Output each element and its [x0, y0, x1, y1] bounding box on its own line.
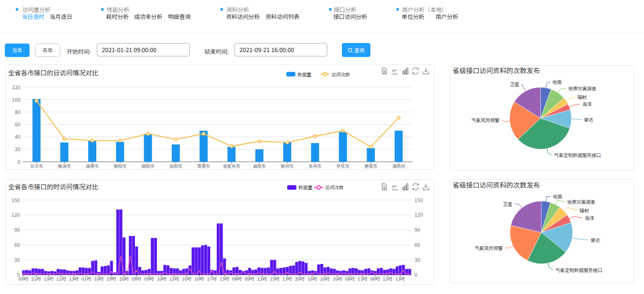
svg-text:30: 30: [14, 256, 20, 263]
svg-text:怀化市: 怀化市: [337, 163, 349, 169]
svg-text:13时: 13时: [169, 275, 180, 282]
svg-text:0: 0: [18, 158, 20, 166]
svg-text:60: 60: [15, 120, 20, 128]
svg-text:娄底市: 娄底市: [364, 163, 377, 169]
svg-text:株洲市: 株洲市: [58, 163, 71, 169]
svg-text:08时: 08时: [370, 275, 381, 282]
svg-text:访问次数: 访问次数: [325, 184, 344, 191]
svg-text:郴州市: 郴州市: [281, 163, 294, 169]
svg-text:13时: 13时: [357, 275, 368, 282]
svg-text:数据量: 数据量: [297, 71, 311, 78]
svg-text:30: 30: [414, 256, 420, 263]
svg-text:卫星: 卫星: [503, 200, 513, 207]
svg-text:09时: 09时: [245, 275, 255, 282]
svg-text:13时: 13时: [383, 275, 393, 282]
svg-text:10时: 10时: [94, 275, 104, 282]
svg-text:气象风险预警: 气象风险预警: [475, 245, 503, 252]
svg-text:16时: 16时: [119, 275, 130, 282]
svg-text:20: 20: [15, 145, 20, 153]
svg-text:13时: 13时: [395, 275, 405, 282]
svg-text:益阳市: 益阳市: [253, 163, 266, 169]
svg-text:19时: 19时: [106, 275, 117, 282]
svg-text:海洋: 海洋: [585, 214, 595, 221]
svg-text:衡阳市: 衡阳市: [113, 163, 126, 169]
svg-text:气象风险预警: 气象风险预警: [471, 117, 499, 124]
svg-text:60: 60: [414, 241, 420, 248]
svg-text:15时: 15时: [270, 275, 280, 282]
svg-text:09时: 09时: [144, 275, 154, 282]
svg-text:长沙市: 长沙市: [30, 163, 43, 169]
svg-text:16时: 16时: [307, 275, 318, 282]
svg-text:17时: 17时: [207, 275, 217, 282]
svg-text:地质灾害调查: 地质灾害调查: [568, 85, 596, 92]
svg-text:16时: 16时: [182, 275, 192, 282]
svg-text:永州市: 永州市: [309, 163, 321, 169]
svg-text:10时: 10时: [157, 275, 167, 282]
svg-text:120: 120: [12, 83, 20, 91]
svg-text:13时: 13时: [69, 275, 79, 282]
svg-text:08时: 08时: [345, 275, 355, 282]
svg-text:辐射: 辐射: [577, 94, 587, 101]
svg-text:13时: 13时: [282, 275, 292, 282]
svg-text:01时: 01时: [82, 275, 92, 282]
svg-text:0: 0: [414, 271, 417, 278]
svg-text:150: 150: [414, 196, 423, 204]
svg-text:湘西州: 湘西州: [392, 163, 405, 169]
svg-text:13时: 13时: [219, 275, 230, 282]
svg-text:13时: 13时: [257, 275, 268, 282]
svg-text:省级接口访问资料的次数发布: 省级接口访问资料的次数发布: [453, 66, 540, 75]
svg-text:地质灾害调查: 地质灾害调查: [567, 198, 595, 205]
svg-text:雷达: 雷达: [584, 116, 593, 123]
svg-text:10时: 10时: [195, 275, 205, 282]
svg-text:地面: 地面: [553, 193, 563, 200]
svg-text:16时: 16时: [320, 275, 330, 282]
svg-text:卫星: 卫星: [510, 81, 520, 88]
svg-text:21时: 21时: [31, 275, 41, 282]
svg-text:邵阳市: 邵阳市: [141, 163, 154, 169]
svg-text:张家界市: 张家界市: [223, 163, 240, 169]
svg-text:08时: 08时: [132, 275, 142, 282]
svg-text:海洋: 海洋: [582, 101, 592, 107]
svg-text:20时: 20时: [295, 275, 305, 282]
svg-text:100: 100: [12, 96, 20, 103]
svg-text:雷达: 雷达: [591, 236, 600, 243]
svg-text:气象定制数据服务接口: 气象定制数据服务接口: [554, 152, 601, 159]
svg-text:40: 40: [15, 133, 20, 140]
svg-text:08时: 08时: [232, 275, 242, 282]
svg-text:辐射: 辐射: [579, 207, 589, 214]
svg-text:90: 90: [414, 226, 420, 233]
svg-text:数据量: 数据量: [298, 184, 312, 191]
svg-text:60: 60: [14, 241, 20, 248]
svg-text:地面: 地面: [553, 78, 562, 85]
svg-text:120: 120: [414, 211, 423, 218]
svg-text:09时: 09时: [19, 275, 29, 282]
svg-text:11时: 11时: [56, 275, 67, 282]
svg-text:访问次数: 访问次数: [332, 71, 350, 78]
svg-text:岳阳市: 岳阳市: [169, 163, 182, 169]
svg-text:湘潭市: 湘潭市: [86, 163, 99, 169]
svg-text:90: 90: [14, 226, 20, 233]
svg-text:全省各市接口的日访问情况对比: 全省各市接口的日访问情况对比: [8, 68, 98, 77]
svg-text:13时: 13时: [44, 275, 54, 282]
svg-text:150: 150: [11, 196, 20, 204]
svg-text:常德市: 常德市: [197, 163, 210, 169]
svg-text:省级接口访问资料的次数发布: 省级接口访问资料的次数发布: [453, 180, 540, 190]
svg-text:16时: 16时: [333, 275, 343, 282]
svg-text:80: 80: [15, 108, 20, 116]
svg-text:全省各市接口的时访问情况对比: 全省各市接口的时访问情况对比: [8, 182, 98, 191]
svg-text:120: 120: [11, 211, 20, 218]
svg-text:气象定制数据服务接口: 气象定制数据服务接口: [555, 267, 602, 274]
